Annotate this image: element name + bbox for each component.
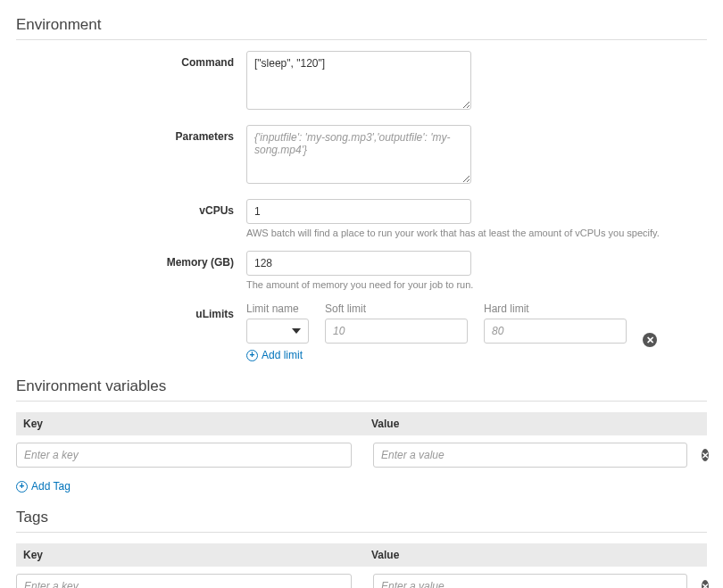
tags-key-header: Key [23, 549, 371, 561]
ulimit-hard-input[interactable] [484, 319, 627, 344]
command-textarea[interactable]: ["sleep", "120"] [246, 51, 471, 110]
command-label: Command [16, 51, 246, 112]
plus-circle-icon: + [246, 350, 258, 361]
tags-header: Key Value [16, 543, 707, 567]
tags-value-input[interactable] [373, 574, 687, 588]
parameters-textarea[interactable] [246, 125, 471, 184]
memory-input[interactable] [246, 251, 471, 276]
ulimit-name-header: Limit name [246, 302, 309, 315]
ulimits-label: uLimits [16, 302, 246, 361]
environment-title: Environment [16, 12, 707, 40]
add-env-var-link[interactable]: + Add Tag [16, 480, 71, 493]
ulimit-soft-header: Soft limit [325, 302, 468, 315]
tags-row: ✕ [16, 567, 707, 588]
vcpus-help: AWS batch will find a place to run your … [246, 228, 707, 238]
add-env-var-label: Add Tag [31, 480, 71, 493]
tags-title: Tags [16, 505, 707, 533]
parameters-label: Parameters [16, 125, 246, 186]
env-vars-value-header: Value [371, 418, 700, 430]
env-vars-key-input[interactable] [16, 443, 352, 468]
add-limit-link[interactable]: + Add limit [246, 349, 309, 361]
env-vars-title: Environment variables [16, 374, 707, 402]
tags-key-input[interactable] [16, 574, 352, 588]
ulimit-soft-input[interactable] [325, 319, 468, 344]
env-vars-header: Key Value [16, 412, 707, 435]
add-limit-label: Add limit [262, 349, 303, 361]
remove-env-var-icon[interactable]: ✕ [702, 449, 709, 461]
memory-help: The amount of memory you need for your j… [246, 279, 707, 290]
env-vars-value-input[interactable] [373, 443, 687, 468]
vcpus-input[interactable] [246, 199, 471, 224]
env-vars-key-header: Key [23, 418, 371, 430]
plus-circle-icon: + [16, 481, 28, 493]
remove-ulimit-icon[interactable]: ✕ [643, 333, 657, 347]
memory-label: Memory (GB) [16, 251, 246, 290]
remove-tag-icon[interactable]: ✕ [702, 580, 709, 588]
ulimit-hard-header: Hard limit [484, 302, 627, 315]
tags-value-header: Value [371, 549, 700, 561]
env-vars-row: ✕ [16, 435, 707, 475]
vcpus-label: vCPUs [16, 199, 246, 238]
chevron-down-icon [292, 328, 301, 334]
ulimit-name-select[interactable] [246, 319, 309, 344]
